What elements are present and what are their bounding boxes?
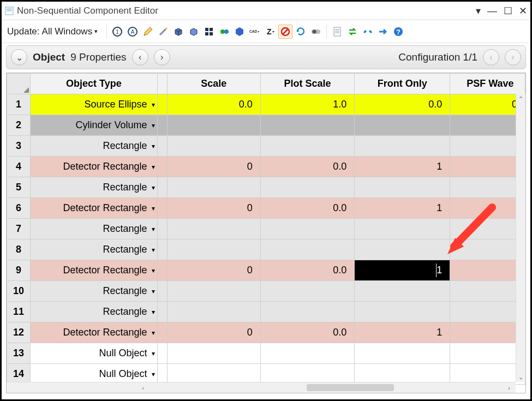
psf-wave-cell[interactable] <box>450 260 525 281</box>
update-menu[interactable]: Update: All Windows ▾ <box>5 25 100 38</box>
psf-wave-cell[interactable] <box>450 177 525 198</box>
scale-cell[interactable] <box>168 136 261 157</box>
plot-scale-cell[interactable] <box>260 364 355 385</box>
front-only-cell[interactable]: 1 <box>355 322 450 343</box>
gap-cell[interactable] <box>157 364 168 385</box>
psf-wave-cell[interactable] <box>450 364 525 385</box>
minimize-icon[interactable]: — <box>487 6 497 16</box>
tool-help-icon[interactable]: ? <box>391 25 405 39</box>
object-type-cell[interactable]: Detector Rectangle▾ <box>31 260 157 281</box>
next-object-button[interactable]: › <box>154 49 170 65</box>
front-only-cell[interactable] <box>355 177 450 198</box>
table-row[interactable]: 5Rectangle▾ <box>7 177 525 198</box>
table-row[interactable]: 6Detector Rectangle▾00.01 <box>7 198 525 219</box>
row-number-cell[interactable]: 3 <box>7 136 31 157</box>
scroll-down-icon[interactable]: ⌄ <box>516 372 525 382</box>
gap-cell[interactable] <box>157 322 168 343</box>
front-only-cell[interactable]: 1 <box>355 157 450 177</box>
col-object-type[interactable]: Object Type <box>31 74 157 94</box>
dropdown-icon[interactable]: ▾ <box>152 142 155 150</box>
front-only-cell[interactable]: 0.0 <box>355 94 450 115</box>
gap-cell[interactable] <box>157 136 168 157</box>
tool-c1-icon[interactable]: 1 <box>110 25 124 39</box>
row-number-cell[interactable]: 13 <box>7 343 31 364</box>
plot-scale-cell[interactable]: 0.0 <box>260 198 355 219</box>
table-row[interactable]: 13Null Object▾ <box>7 343 525 364</box>
plot-scale-cell[interactable] <box>260 177 355 198</box>
select-all-corner[interactable] <box>7 74 31 94</box>
tool-refresh-icon[interactable] <box>294 25 308 39</box>
scroll-up-icon[interactable]: ⌃ <box>516 94 525 104</box>
psf-wave-cell[interactable] <box>450 343 525 364</box>
tool-pencil-icon[interactable] <box>141 25 155 39</box>
tool-nosign-icon[interactable] <box>278 25 292 39</box>
table-row[interactable]: 9Detector Rectangle▾00.01 <box>7 260 525 281</box>
tool-cube2-icon[interactable] <box>187 25 201 39</box>
object-type-cell[interactable]: Null Object▾ <box>31 343 157 364</box>
psf-wave-cell[interactable] <box>450 322 525 343</box>
plot-scale-cell[interactable] <box>260 136 355 157</box>
gap-cell[interactable] <box>157 343 168 364</box>
data-grid[interactable]: Object Type Scale Plot Scale Front Only … <box>6 73 526 393</box>
scale-cell[interactable]: 0 <box>168 157 261 177</box>
row-number-cell[interactable]: 10 <box>7 281 31 302</box>
front-only-cell[interactable] <box>355 240 450 260</box>
scale-cell[interactable]: 0 <box>168 198 261 219</box>
dropdown-icon[interactable]: ▾ <box>152 205 155 212</box>
plot-scale-cell[interactable] <box>260 219 355 240</box>
scroll-left-icon[interactable]: ‹ <box>138 385 148 391</box>
table-row[interactable]: 2Cylinder Volume▾ <box>7 115 525 136</box>
col-psf-wave[interactable]: PSF Wave <box>450 74 525 94</box>
scale-cell[interactable] <box>168 177 261 198</box>
scale-cell[interactable] <box>168 343 261 364</box>
col-scale[interactable]: Scale <box>168 74 261 94</box>
gap-cell[interactable] <box>157 240 168 260</box>
psf-wave-cell[interactable] <box>450 302 525 322</box>
dropdown-icon[interactable]: ▾ <box>152 184 155 191</box>
dropdown-icon[interactable]: ▾ <box>152 267 155 274</box>
scale-cell[interactable] <box>168 240 261 260</box>
object-type-cell[interactable]: Source Ellipse▾ <box>31 94 157 115</box>
col-front-only[interactable]: Front Only <box>355 74 450 94</box>
psf-wave-cell[interactable] <box>450 198 525 219</box>
scale-cell[interactable] <box>168 219 261 240</box>
table-row[interactable]: 14Null Object▾ <box>7 364 525 385</box>
gap-cell[interactable] <box>157 115 168 136</box>
tool-cube1-icon[interactable] <box>171 25 186 39</box>
tool-grid-icon[interactable] <box>202 25 216 39</box>
plot-scale-cell[interactable] <box>260 115 355 136</box>
object-type-cell[interactable]: Rectangle▾ <box>31 302 157 322</box>
psf-wave-cell[interactable] <box>450 219 525 240</box>
row-number-cell[interactable]: 4 <box>7 157 31 177</box>
table-row[interactable]: 11Rectangle▾ <box>7 302 525 322</box>
plot-scale-cell[interactable]: 0.0 <box>260 157 355 177</box>
front-only-cell[interactable] <box>355 136 450 157</box>
tool-toggle-icon[interactable] <box>309 25 323 39</box>
plot-scale-cell[interactable] <box>260 240 355 260</box>
psf-wave-cell[interactable] <box>450 136 525 157</box>
plot-scale-cell[interactable] <box>260 302 355 322</box>
expand-button[interactable]: ⌄ <box>11 49 27 65</box>
plot-scale-cell[interactable] <box>260 343 355 364</box>
dropdown-icon[interactable]: ▾ <box>152 101 155 109</box>
psf-wave-cell[interactable] <box>450 115 525 136</box>
tool-wand-icon[interactable] <box>156 25 170 39</box>
table-row[interactable]: 8Rectangle▾ <box>7 240 525 260</box>
front-only-cell[interactable]: 1 <box>355 260 450 281</box>
prev-object-button[interactable]: ‹ <box>132 49 148 65</box>
dropdown-icon[interactable]: ▾ <box>152 246 155 254</box>
object-type-cell[interactable]: Cylinder Volume▾ <box>31 115 157 136</box>
tool-z-menu[interactable]: Z <box>263 25 277 39</box>
tool-doc-icon[interactable] <box>330 25 344 39</box>
object-type-cell[interactable]: Rectangle▾ <box>31 240 157 260</box>
plot-scale-cell[interactable]: 0.0 <box>260 260 355 281</box>
scale-cell[interactable] <box>168 302 261 322</box>
front-only-cell[interactable] <box>355 115 450 136</box>
object-type-cell[interactable]: Null Object▾ <box>31 364 157 385</box>
row-number-cell[interactable]: 14 <box>7 364 31 385</box>
scale-cell[interactable] <box>168 281 261 302</box>
gap-cell[interactable] <box>157 260 168 281</box>
row-number-cell[interactable]: 8 <box>7 240 31 260</box>
dropdown-icon[interactable]: ▾ <box>152 163 155 171</box>
row-number-cell[interactable]: 1 <box>7 94 31 115</box>
